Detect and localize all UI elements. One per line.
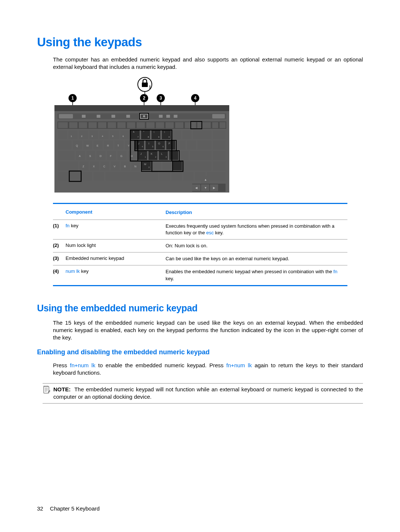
svg-rect-156 xyxy=(82,172,92,181)
svg-rect-35 xyxy=(89,122,97,128)
page-title: Using the keypads xyxy=(37,35,363,49)
svg-text:5: 5 xyxy=(152,145,153,148)
svg-rect-163 xyxy=(207,172,226,181)
row-description: On: Num lock is on. xyxy=(166,240,347,252)
svg-rect-48 xyxy=(220,122,226,128)
svg-text:K: K xyxy=(151,153,153,155)
svg-text:N: N xyxy=(134,165,136,168)
svg-rect-107 xyxy=(58,151,74,160)
svg-point-25 xyxy=(143,115,145,117)
table-row: (1)fn keyExecutes frequently used system… xyxy=(53,220,347,239)
svg-text:1: 1 xyxy=(145,156,146,158)
svg-text:1: 1 xyxy=(71,96,74,101)
svg-rect-22 xyxy=(111,115,115,118)
page-number: 32 xyxy=(37,505,43,512)
svg-rect-117 xyxy=(169,151,178,160)
svg-rect-43 xyxy=(166,122,174,128)
svg-rect-46 xyxy=(197,122,211,128)
svg-rect-52 xyxy=(79,130,88,139)
row-index: (4) xyxy=(53,265,66,285)
svg-rect-61 xyxy=(172,130,181,139)
row-component: num lk key xyxy=(66,265,166,285)
svg-text:3: 3 xyxy=(160,96,162,101)
svg-rect-115 xyxy=(149,151,157,160)
svg-text:J: J xyxy=(140,153,142,155)
svg-rect-38 xyxy=(117,122,126,128)
svg-rect-133 xyxy=(58,161,78,170)
svg-rect-62 xyxy=(183,130,191,139)
svg-rect-64 xyxy=(213,130,226,139)
section-heading: Using the embedded numeric keypad xyxy=(37,303,363,314)
svg-rect-54 xyxy=(100,130,109,139)
svg-rect-29 xyxy=(212,114,225,118)
svg-rect-140 xyxy=(142,161,151,170)
svg-rect-50 xyxy=(58,130,67,139)
svg-rect-44 xyxy=(175,122,183,128)
svg-rect-79 xyxy=(58,141,71,150)
svg-text:P: P xyxy=(169,142,170,145)
svg-rect-41 xyxy=(146,122,154,128)
svg-text:Q: Q xyxy=(76,144,78,147)
svg-text:F: F xyxy=(110,155,111,157)
table-header-description: Description xyxy=(166,203,347,220)
svg-text:2: 2 xyxy=(155,156,156,158)
svg-text:R: R xyxy=(107,144,109,147)
svg-rect-51 xyxy=(69,130,77,139)
svg-text:(: ( xyxy=(154,131,154,133)
note-body: The embedded numeric keypad will not fun… xyxy=(53,386,363,400)
svg-rect-32 xyxy=(58,122,68,128)
row-description: Executes frequently used system function… xyxy=(166,220,347,239)
svg-text:G: G xyxy=(120,155,122,157)
svg-text:Z: Z xyxy=(83,165,84,168)
svg-rect-36 xyxy=(98,122,106,128)
svg-rect-91 xyxy=(187,141,196,150)
svg-rect-114 xyxy=(138,151,147,160)
svg-text:E: E xyxy=(97,144,99,147)
svg-rect-23 xyxy=(126,115,130,118)
callout-3: 3 xyxy=(157,94,165,102)
svg-rect-34 xyxy=(79,122,87,128)
table-row: (4)num lk keyEnables the embedded numeri… xyxy=(53,265,347,285)
svg-rect-26 xyxy=(159,115,163,118)
svg-text:0: 0 xyxy=(149,166,150,168)
component-table: Component Description (1)fn keyExecutes … xyxy=(53,203,347,286)
svg-rect-141 xyxy=(152,161,161,170)
svg-text:&: & xyxy=(133,131,134,133)
page-footer: 32 Chapter 5 Keyboard xyxy=(37,505,100,512)
svg-rect-88 xyxy=(156,141,165,150)
svg-text:L: L xyxy=(161,153,163,155)
keyboard-figure: 1 1 2 3 4 xyxy=(53,76,231,195)
svg-rect-42 xyxy=(156,122,164,128)
svg-rect-28 xyxy=(174,115,177,118)
svg-rect-27 xyxy=(166,115,170,118)
svg-text:◀: ◀ xyxy=(195,186,198,190)
svg-rect-120 xyxy=(213,151,226,160)
note-block: NOTE:The embedded numeric keypad will no… xyxy=(43,383,363,404)
row-component: Embedded numeric keypad xyxy=(66,252,166,265)
svg-rect-158 xyxy=(106,172,158,181)
svg-text:O: O xyxy=(158,142,160,145)
callout-4: 4 xyxy=(191,94,199,102)
svg-text:3: 3 xyxy=(166,156,167,158)
svg-rect-93 xyxy=(213,141,226,150)
svg-rect-155 xyxy=(70,172,80,181)
svg-text:▼: ▼ xyxy=(204,186,207,190)
svg-text:▲: ▲ xyxy=(204,178,207,181)
svg-text:4: 4 xyxy=(142,145,143,148)
svg-text:B: B xyxy=(124,165,126,168)
svg-rect-89 xyxy=(166,141,175,150)
svg-rect-55 xyxy=(110,130,119,139)
svg-text:M: M xyxy=(144,163,146,165)
svg-rect-53 xyxy=(89,130,98,139)
svg-text:6: 6 xyxy=(163,145,164,148)
svg-text:V: V xyxy=(114,165,116,168)
svg-rect-56 xyxy=(120,130,129,139)
svg-text:A: A xyxy=(79,155,81,157)
svg-rect-157 xyxy=(94,172,104,181)
svg-rect-160 xyxy=(171,172,182,181)
svg-text:Y: Y xyxy=(128,144,130,147)
svg-text:X: X xyxy=(93,165,95,168)
chapter-label: Chapter 5 Keyboard xyxy=(50,505,100,512)
svg-text:W: W xyxy=(86,144,89,147)
svg-rect-33 xyxy=(69,122,77,128)
